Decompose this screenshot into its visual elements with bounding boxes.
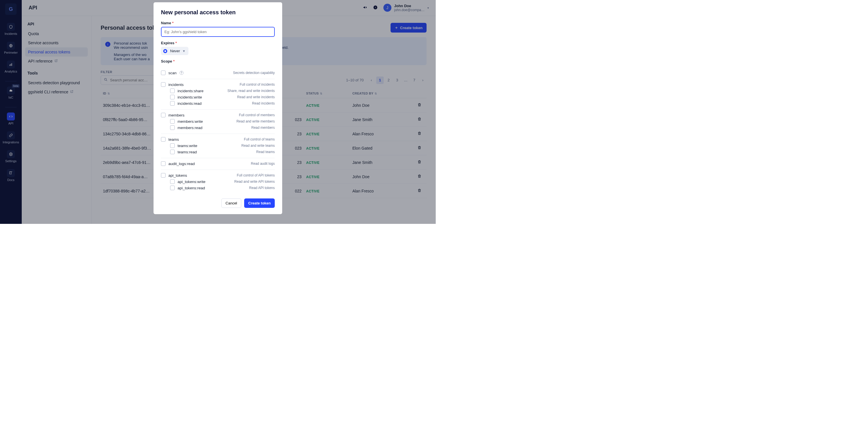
scope-desc: Read and write teams	[241, 144, 275, 148]
scope-name: incidents:write	[178, 95, 202, 99]
scope-name: teams	[168, 137, 179, 142]
token-name-input[interactable]	[161, 27, 275, 37]
scope-checkbox[interactable]	[170, 119, 175, 124]
scope-name: api_tokens	[168, 173, 187, 178]
scope-checkbox[interactable]	[170, 143, 175, 148]
modal-overlay: New personal access token Name * Expires…	[0, 0, 436, 224]
scope-checkbox[interactable]	[161, 161, 165, 166]
scope-desc: Full control of API tokens	[237, 173, 275, 177]
scope-desc: Share, read and write incidents	[227, 89, 275, 93]
scope-checkbox[interactable]	[161, 113, 165, 117]
scope-checkbox[interactable]	[170, 185, 175, 190]
create-token-modal: New personal access token Name * Expires…	[154, 2, 282, 214]
scope-checkbox[interactable]	[170, 101, 175, 106]
scope-name: incidents	[168, 82, 184, 87]
scope-checkbox[interactable]	[161, 82, 165, 87]
scope-checkbox[interactable]	[161, 71, 165, 75]
scope-checkbox[interactable]	[161, 137, 165, 142]
cancel-button[interactable]: Cancel	[221, 199, 241, 208]
scope-name: members:read	[178, 126, 203, 130]
scope-desc: Read incidents	[252, 101, 275, 105]
scope-name: teams:read	[178, 150, 197, 154]
scope-checkbox[interactable]	[170, 179, 175, 184]
scope-name: api_tokens:write	[178, 180, 206, 184]
scope-name: audit_logs:read	[168, 162, 195, 166]
scope-desc: Read audit logs	[251, 162, 275, 166]
scope-checkbox[interactable]	[170, 125, 175, 130]
scope-name: scan	[168, 71, 177, 75]
scope-label: Scope *	[161, 59, 275, 63]
scope-checkbox[interactable]	[170, 95, 175, 99]
chevron-down-icon: ▾	[183, 49, 185, 53]
scope-desc: Read and write incidents	[237, 95, 275, 99]
help-icon[interactable]: ?	[180, 71, 184, 75]
scope-checkbox[interactable]	[161, 173, 165, 178]
scope-name: incidents:share	[178, 89, 204, 93]
scope-desc: Read teams	[256, 150, 275, 154]
scope-desc: Read and write API tokens	[235, 180, 275, 183]
expires-label: Expires *	[161, 41, 275, 45]
scope-checkbox[interactable]	[170, 149, 175, 154]
scope-list: scan ? Secrets detection capability inci…	[161, 67, 275, 194]
scope-name: members	[168, 113, 184, 117]
submit-create-token-button[interactable]: Create token	[244, 199, 275, 208]
scope-checkbox[interactable]	[170, 89, 175, 93]
modal-title: New personal access token	[161, 9, 275, 16]
scope-desc: Read and write members	[237, 119, 275, 123]
name-label: Name *	[161, 21, 275, 25]
expires-select[interactable]: Never ▾	[161, 47, 188, 55]
scope-desc: Full control of members	[239, 113, 275, 117]
radio-selected-icon	[163, 49, 167, 53]
scope-name: incidents:read	[178, 101, 202, 106]
scope-desc: Read members	[251, 126, 275, 130]
scope-desc: Read API tokens	[249, 186, 275, 190]
scope-name: teams:write	[178, 144, 197, 148]
scope-name: api_tokens:read	[178, 186, 205, 190]
scope-desc: Secrets detection capability	[233, 71, 275, 75]
scope-desc: Full control of teams	[244, 137, 275, 141]
scope-desc: Full control of incidents	[240, 82, 275, 87]
scope-name: members:write	[178, 119, 203, 124]
